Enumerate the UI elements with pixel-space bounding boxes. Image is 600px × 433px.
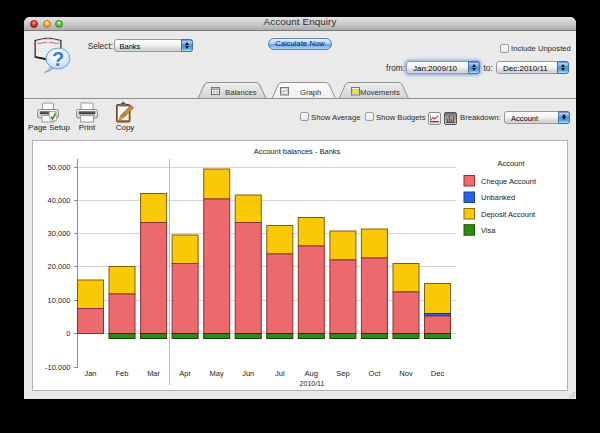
svg-text:Unbanked: Unbanked — [481, 193, 515, 202]
svg-text:Oct: Oct — [369, 369, 382, 378]
svg-text:Nov: Nov — [399, 369, 413, 378]
svg-text:Feb: Feb — [116, 369, 129, 378]
svg-text:10,000: 10,000 — [48, 296, 71, 305]
svg-text:Jan: Jan — [84, 369, 96, 378]
svg-text:Account: Account — [497, 159, 525, 168]
svg-text:50,000: 50,000 — [48, 163, 71, 172]
svg-text:May: May — [210, 369, 224, 378]
svg-text:Jul: Jul — [275, 369, 285, 378]
svg-text:?: ? — [52, 48, 64, 70]
svg-text:Dec: Dec — [431, 369, 445, 378]
svg-text:-10,000: -10,000 — [45, 363, 70, 372]
svg-text:Cheque Account: Cheque Account — [481, 177, 537, 186]
svg-text:Jun: Jun — [242, 369, 254, 378]
svg-text:Deposit Account: Deposit Account — [481, 210, 536, 219]
svg-text:Sep: Sep — [336, 369, 349, 378]
svg-text:Apr: Apr — [179, 369, 191, 378]
svg-text:Mar: Mar — [147, 369, 160, 378]
svg-text:Account balances - Banks: Account balances - Banks — [254, 147, 341, 156]
svg-text:Visa: Visa — [481, 226, 496, 235]
svg-text:0: 0 — [66, 329, 70, 338]
svg-text:Aug: Aug — [305, 369, 318, 378]
svg-text:2010/11: 2010/11 — [300, 380, 325, 387]
svg-text:40,000: 40,000 — [48, 196, 71, 205]
svg-text:30,000: 30,000 — [48, 229, 71, 238]
svg-text:20,000: 20,000 — [48, 262, 71, 271]
